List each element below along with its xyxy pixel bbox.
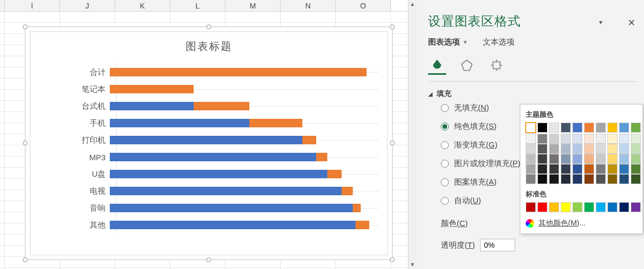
color-swatch[interactable] (607, 134, 617, 144)
resize-handle[interactable] (390, 24, 395, 29)
color-swatch[interactable] (596, 164, 606, 174)
color-swatch[interactable] (607, 144, 617, 154)
color-swatch[interactable] (549, 123, 559, 133)
color-swatch[interactable] (549, 202, 559, 212)
color-swatch[interactable] (526, 134, 536, 144)
color-swatch[interactable] (572, 202, 582, 212)
bar-segment[interactable] (302, 136, 316, 144)
fill-line-icon[interactable] (428, 57, 446, 75)
color-swatch[interactable] (572, 164, 582, 174)
color-swatch[interactable] (607, 174, 617, 184)
resize-handle[interactable] (390, 257, 395, 262)
color-swatch[interactable] (631, 154, 641, 164)
color-swatch[interactable] (619, 154, 629, 164)
color-swatch[interactable] (607, 202, 617, 212)
color-swatch[interactable] (537, 174, 547, 184)
color-swatch[interactable] (572, 174, 582, 184)
bar-segment[interactable] (110, 153, 316, 161)
bar-segment[interactable] (316, 153, 327, 161)
resize-handle[interactable] (23, 257, 28, 262)
bar-segment[interactable] (110, 170, 327, 178)
color-swatch[interactable] (631, 164, 641, 174)
bar-segment[interactable] (355, 221, 369, 229)
color-swatch[interactable] (607, 123, 617, 133)
color-swatch[interactable] (537, 202, 547, 212)
color-swatch[interactable] (584, 134, 594, 144)
color-swatch[interactable] (619, 134, 629, 144)
color-swatch[interactable] (561, 164, 571, 174)
resize-handle[interactable] (390, 141, 395, 145)
bar-segment[interactable] (110, 204, 353, 212)
close-icon[interactable]: ✕ (628, 17, 636, 29)
color-swatch[interactable] (596, 123, 606, 133)
chart-object[interactable]: 图表标题 合计笔记本台式机手机打印机MP3U盘电视音响其他 (25, 27, 393, 260)
bar-segment[interactable] (194, 102, 249, 110)
effects-icon[interactable] (458, 57, 476, 75)
color-swatch[interactable] (607, 154, 617, 164)
resize-handle[interactable] (23, 24, 28, 29)
color-swatch[interactable] (561, 144, 571, 154)
color-swatch[interactable] (526, 164, 536, 174)
color-swatch[interactable] (584, 154, 594, 164)
color-swatch[interactable] (549, 164, 559, 174)
bar-segment[interactable] (342, 187, 353, 195)
color-swatch[interactable] (631, 123, 641, 133)
chart-title[interactable]: 图表标题 (30, 32, 387, 59)
bar-segment[interactable] (110, 68, 367, 76)
bar-segment[interactable] (110, 119, 249, 127)
color-swatch[interactable] (561, 134, 571, 144)
color-swatch[interactable] (619, 164, 629, 174)
color-swatch[interactable] (526, 144, 536, 154)
col-header[interactable]: O (336, 0, 391, 11)
color-swatch[interactable] (526, 154, 536, 164)
col-header[interactable]: L (170, 0, 225, 11)
transparency-input[interactable] (480, 239, 515, 251)
scroll-up-icon[interactable]: ▲ (408, 0, 416, 8)
pane-options-dropdown-icon[interactable]: ▼ (598, 19, 604, 25)
color-swatch[interactable] (537, 144, 547, 154)
color-swatch[interactable] (596, 154, 606, 164)
color-swatch[interactable] (584, 123, 594, 133)
color-swatch[interactable] (631, 202, 641, 212)
color-swatch[interactable] (631, 134, 641, 144)
color-swatch[interactable] (549, 174, 559, 184)
color-swatch[interactable] (549, 134, 559, 144)
more-colors-item[interactable]: 其他颜色(M)... (526, 216, 637, 228)
col-header[interactable]: J (60, 0, 115, 11)
color-swatch[interactable] (631, 144, 641, 154)
color-swatch[interactable] (631, 174, 641, 184)
resize-handle[interactable] (206, 257, 211, 262)
resize-handle[interactable] (23, 141, 28, 145)
col-header[interactable]: K (115, 0, 170, 11)
chart-plot-area[interactable]: 合计笔记本台式机手机打印机MP3U盘电视音响其他 (37, 64, 378, 247)
color-swatch[interactable] (537, 164, 547, 174)
color-swatch[interactable] (537, 134, 547, 144)
color-swatch[interactable] (561, 154, 571, 164)
fill-group-header[interactable]: ◢ 填充 (428, 87, 637, 103)
resize-handle[interactable] (206, 24, 211, 29)
color-swatch[interactable] (596, 134, 606, 144)
color-swatch[interactable] (596, 202, 606, 212)
color-swatch[interactable] (526, 174, 536, 184)
color-swatch[interactable] (619, 144, 629, 154)
color-swatch[interactable] (572, 134, 582, 144)
size-properties-icon[interactable] (488, 57, 506, 75)
bar-segment[interactable] (110, 221, 355, 229)
tab-text-options[interactable]: 文本选项 (483, 37, 515, 47)
color-swatch[interactable] (537, 154, 547, 164)
color-swatch[interactable] (549, 154, 559, 164)
bar-segment[interactable] (353, 204, 361, 212)
bar-segment[interactable] (249, 119, 302, 127)
bar-segment[interactable] (327, 170, 341, 178)
bar-segment[interactable] (110, 187, 342, 195)
color-swatch[interactable] (572, 154, 582, 164)
color-swatch[interactable] (572, 144, 582, 154)
bar-segment[interactable] (110, 136, 302, 144)
color-swatch[interactable] (584, 144, 594, 154)
color-swatch[interactable] (584, 202, 594, 212)
tab-chart-options[interactable]: 图表选项 ▼ (428, 37, 468, 47)
color-swatch[interactable] (572, 123, 582, 133)
vertical-scrollbar[interactable]: ▲ ▼ (408, 0, 416, 269)
color-swatch[interactable] (619, 123, 629, 133)
color-swatch[interactable] (619, 202, 629, 212)
